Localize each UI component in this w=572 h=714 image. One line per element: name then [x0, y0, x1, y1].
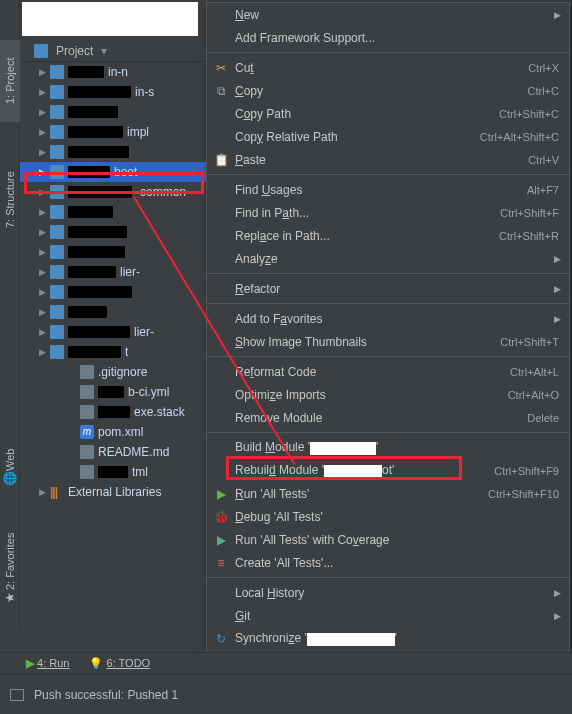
file-icon	[80, 365, 94, 379]
tree-module-row[interactable]: ▶	[20, 222, 206, 242]
menu-item-label: Refactor	[235, 282, 559, 296]
tree-module-row[interactable]: ▶	[20, 282, 206, 302]
redacted-text	[68, 166, 110, 178]
tree-module-row[interactable]: ▶impl	[20, 122, 206, 142]
context-menu-item[interactable]: Copy PathCtrl+Shift+C	[207, 102, 569, 125]
tree-module-row[interactable]: ▶	[20, 142, 206, 162]
tool-run-label: 4: Run	[37, 657, 69, 669]
menu-item-icon: ≡	[213, 555, 229, 571]
menu-item-label: Copy Path	[235, 107, 499, 121]
context-menu-item[interactable]: Optimize ImportsCtrl+Alt+O	[207, 383, 569, 406]
tree-module-row[interactable]: ▶	[20, 302, 206, 322]
context-menu-item[interactable]: ↻Synchronize ''	[207, 627, 569, 650]
folder-icon	[50, 285, 64, 299]
context-menu-item[interactable]: ▶Run 'All Tests'Ctrl+Shift+F10	[207, 482, 569, 505]
context-menu-item[interactable]: ✂CutCtrl+X	[207, 56, 569, 79]
context-menu-item[interactable]: 🐞Debug 'All Tests'	[207, 505, 569, 528]
expand-arrow-icon[interactable]: ▶	[38, 487, 46, 497]
expand-arrow-icon[interactable]: ▶	[38, 247, 46, 257]
tool-tab-label: 7: Structure	[4, 172, 16, 229]
tree-file-row[interactable]: ▶tml	[20, 462, 206, 482]
context-menu-item[interactable]: Local History▶	[207, 581, 569, 604]
folder-icon	[50, 225, 64, 239]
menu-item-label: Copy Relative Path	[235, 130, 480, 144]
tree-file-row[interactable]: ▶README.md	[20, 442, 206, 462]
tool-tab-label: 2: Favorites	[4, 532, 16, 589]
redacted-text	[68, 286, 132, 298]
tree-file-row[interactable]: ▶.gitignore	[20, 362, 206, 382]
expand-arrow-icon[interactable]: ▶	[38, 307, 46, 317]
context-menu-item[interactable]: Git▶	[207, 604, 569, 627]
context-menu-item[interactable]: Find UsagesAlt+F7	[207, 178, 569, 201]
expand-arrow-icon[interactable]: ▶	[38, 67, 46, 77]
tree-module-row[interactable]: ▶lier-	[20, 262, 206, 282]
tree-module-row[interactable]: ▶in-n	[20, 62, 206, 82]
context-menu-item[interactable]: Analyze▶	[207, 247, 569, 270]
module-name-suffix: in-n	[108, 65, 128, 79]
tool-tab-structure[interactable]: 7: Structure	[0, 150, 20, 250]
context-menu-item[interactable]: Copy Relative PathCtrl+Alt+Shift+C	[207, 125, 569, 148]
context-menu-item[interactable]: ▶Run 'All Tests' with Coverage	[207, 528, 569, 551]
folder-icon	[50, 105, 64, 119]
tool-tab-web[interactable]: 🌐 Web	[0, 440, 20, 498]
context-menu-item[interactable]: 📋PasteCtrl+V	[207, 148, 569, 171]
expand-arrow-icon[interactable]: ▶	[38, 147, 46, 157]
tree-file-row[interactable]: ▶exe.stack	[20, 402, 206, 422]
menu-separator	[207, 303, 569, 304]
expand-arrow-icon[interactable]: ▶	[38, 327, 46, 337]
context-menu-item[interactable]: Build Module ''	[207, 436, 569, 459]
submenu-arrow-icon: ▶	[554, 284, 561, 294]
file-name: pom.xml	[98, 425, 143, 439]
tree-module-row[interactable]: ▶	[20, 102, 206, 122]
tool-tab-favorites[interactable]: ★ 2: Favorites	[0, 520, 20, 620]
tool-todo-button[interactable]: 💡 6: TODO	[89, 657, 150, 670]
context-menu-item[interactable]: Refactor▶	[207, 277, 569, 300]
redacted-text	[68, 266, 116, 278]
tree-module-row[interactable]: ▶boot	[20, 162, 206, 182]
context-menu-item[interactable]: ⧉CopyCtrl+C	[207, 79, 569, 102]
tree-module-row[interactable]: ▶in-s	[20, 82, 206, 102]
context-menu-item[interactable]: Reformat CodeCtrl+Alt+L	[207, 360, 569, 383]
redacted-text	[68, 246, 125, 258]
expand-arrow-icon[interactable]: ▶	[38, 227, 46, 237]
expand-arrow-icon[interactable]: ▶	[38, 207, 46, 217]
expand-arrow-icon[interactable]: ▶	[38, 167, 46, 177]
redacted-block	[22, 2, 198, 36]
tool-run-button[interactable]: ▶ 4: Run	[26, 657, 69, 670]
context-menu-item[interactable]: Find in Path...Ctrl+Shift+F	[207, 201, 569, 224]
menu-item-shortcut: Ctrl+V	[528, 154, 559, 166]
tree-file-row[interactable]: ▶b-ci.yml	[20, 382, 206, 402]
menu-item-label: Find Usages	[235, 183, 527, 197]
tree-file-row[interactable]: ▶mpom.xml	[20, 422, 206, 442]
expand-arrow-icon[interactable]: ▶	[38, 287, 46, 297]
expand-arrow-icon[interactable]: ▶	[38, 87, 46, 97]
context-menu-item[interactable]: Remove ModuleDelete	[207, 406, 569, 429]
tree-module-row[interactable]: ▶	[20, 202, 206, 222]
tree-module-row[interactable]: ▶	[20, 242, 206, 262]
context-menu-item[interactable]: Rebuild Module 'ot'Ctrl+Shift+F9	[207, 459, 569, 482]
context-menu-item[interactable]: Add Framework Support...	[207, 26, 569, 49]
expand-arrow-icon[interactable]: ▶	[38, 187, 46, 197]
expand-arrow-icon[interactable]: ▶	[38, 127, 46, 137]
folder-icon	[50, 265, 64, 279]
expand-arrow-icon[interactable]: ▶	[38, 267, 46, 277]
tree-external-libraries[interactable]: ▶External Libraries	[20, 482, 206, 502]
tree-module-row[interactable]: ▶t	[20, 342, 206, 362]
project-tree[interactable]: ▶in-n▶in-s▶▶impl▶▶boot▶-common▶▶▶▶lier-▶…	[20, 62, 206, 632]
project-view-header[interactable]: Project ▾	[20, 40, 206, 62]
context-menu-item[interactable]: Add to Favorites▶	[207, 307, 569, 330]
context-menu-item[interactable]: Show Image ThumbnailsCtrl+Shift+T	[207, 330, 569, 353]
tree-module-row[interactable]: ▶-common	[20, 182, 206, 202]
expand-arrow-icon[interactable]: ▶	[38, 347, 46, 357]
menu-item-shortcut: Ctrl+Alt+L	[510, 366, 559, 378]
menu-item-icon: ↻	[213, 631, 229, 647]
menu-separator	[207, 356, 569, 357]
context-menu-item[interactable]: New▶	[207, 3, 569, 26]
redacted-text	[68, 326, 130, 338]
folder-icon	[50, 305, 64, 319]
expand-arrow-icon[interactable]: ▶	[38, 107, 46, 117]
tree-module-row[interactable]: ▶lier-	[20, 322, 206, 342]
context-menu-item[interactable]: Replace in Path...Ctrl+Shift+R	[207, 224, 569, 247]
tool-tab-project[interactable]: 1: Project	[0, 40, 20, 122]
context-menu-item[interactable]: ≡Create 'All Tests'...	[207, 551, 569, 574]
